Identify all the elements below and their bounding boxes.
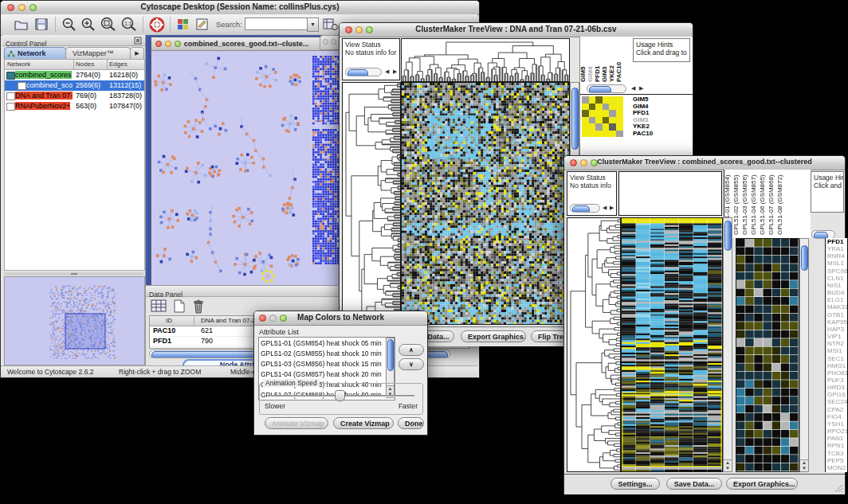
tv2-settings-button[interactable]: Settings... <box>610 478 660 490</box>
gene-list-item[interactable]: TCB3 <box>827 450 847 457</box>
col-edges[interactable]: Edges <box>109 61 128 68</box>
gene-list-item[interactable]: FIG4 <box>827 413 847 420</box>
tv2-gene-list[interactable]: PFD1YRA1RNR4MSL1SPC98CLN1NIS1BUD4ELG1MAK… <box>825 238 847 472</box>
minimize-button[interactable] <box>331 39 336 45</box>
scroll-left-icon[interactable]: ◀ <box>603 205 607 211</box>
scroll-right-icon[interactable]: ▶ <box>610 205 614 211</box>
treeview2-titlebar[interactable]: ClusterMaker TreeView : combined_scores_… <box>564 156 845 170</box>
matrix-cell[interactable] <box>595 96 603 104</box>
gene-list-item[interactable]: ELG1 <box>827 296 847 303</box>
matrix-cell[interactable] <box>603 117 610 124</box>
matrix-cell[interactable] <box>616 123 623 131</box>
col-nodes[interactable]: Nodes <box>76 61 94 68</box>
gene-list-item[interactable]: SEC1 <box>827 355 847 362</box>
matrix-cell[interactable] <box>616 131 623 138</box>
resize-grip[interactable] <box>834 483 843 493</box>
matrix-cell[interactable] <box>609 96 616 104</box>
gene-list-item[interactable]: CPA2 <box>827 406 847 413</box>
move-up-button[interactable]: ∧ <box>398 344 424 356</box>
matrix-cell[interactable] <box>609 123 616 131</box>
birdseye-panel[interactable] <box>4 276 145 365</box>
tv1-row-dendrogram[interactable] <box>342 82 401 325</box>
network-canvas[interactable] <box>151 51 340 286</box>
matrix-cell[interactable] <box>603 123 610 131</box>
gene-list-item[interactable]: MSI1 <box>827 347 847 354</box>
search-dropdown-button[interactable]: ▼ <box>307 18 319 32</box>
matrix-cell[interactable] <box>582 96 589 104</box>
matrix-cell[interactable] <box>603 131 610 138</box>
zoom-out-icon[interactable] <box>61 17 77 32</box>
done-button[interactable]: Done <box>398 417 424 429</box>
tv1-status-scrollbar[interactable] <box>345 68 382 76</box>
move-down-button[interactable]: ∨ <box>398 358 424 370</box>
matrix-cell[interactable] <box>589 131 596 138</box>
scroll-right-icon[interactable]: ▶ <box>393 68 397 75</box>
tv1-column-dendrogram[interactable] <box>401 38 570 82</box>
tv2-vscrollbar[interactable]: ▲▼ <box>723 217 732 472</box>
gene-list-item[interactable]: PUF3 <box>827 377 847 384</box>
matrix-cell[interactable] <box>595 104 603 111</box>
matrix-cell[interactable] <box>609 104 616 111</box>
tv1-detail-matrix[interactable] <box>582 96 623 137</box>
tv2-detail-heatmap[interactable] <box>736 238 799 472</box>
matrix-cell[interactable] <box>589 110 596 117</box>
gene-list-item[interactable]: GTB1 <box>827 311 847 318</box>
gene-list-item[interactable]: HAP3 <box>827 326 847 333</box>
vizmapper-icon[interactable] <box>176 18 190 31</box>
data-col-id[interactable]: ID <box>166 317 172 324</box>
network-table-row[interactable]: RNAPuberNov2+563(0)107847(0) <box>5 101 144 111</box>
create-vizmap-button[interactable]: Create Vizmap <box>333 417 394 429</box>
tv1-export-graphics-button[interactable]: Export Graphics... <box>461 330 526 342</box>
panel-splitter[interactable] <box>4 272 143 275</box>
gene-list-item[interactable]: NIS1 <box>827 282 847 289</box>
col-network[interactable]: Network <box>7 61 30 68</box>
delete-attribute-icon[interactable] <box>191 299 206 315</box>
save-icon[interactable] <box>34 18 49 31</box>
search-input[interactable] <box>245 18 308 30</box>
dialog-titlebar[interactable]: Map Colors to Network <box>254 311 427 326</box>
gene-list-item[interactable]: SPC98 <box>827 268 847 275</box>
gene-list-item[interactable]: VIP1 <box>827 333 847 340</box>
matrix-cell[interactable] <box>595 117 603 124</box>
attribute-list-item[interactable]: GPL51-01 (GSM854) heat shock 05 min <box>261 338 380 349</box>
tv2-row-dendrogram[interactable] <box>567 217 621 472</box>
tv2-save-data-button[interactable]: Save Data... <box>666 478 722 490</box>
gene-list-item[interactable]: PEP5 <box>827 457 847 464</box>
matrix-cell[interactable] <box>595 110 603 117</box>
speed-slider-thumb[interactable] <box>335 390 345 401</box>
matrix-cell[interactable] <box>609 131 616 138</box>
tv1-detail-hscrollbar[interactable] <box>587 84 626 93</box>
tv2-column-dendrogram[interactable] <box>618 171 722 216</box>
open-icon[interactable] <box>14 18 29 31</box>
gene-list-item[interactable]: YSH1 <box>827 420 847 428</box>
matrix-cell[interactable] <box>595 123 603 131</box>
matrix-cell[interactable] <box>582 131 589 138</box>
treeview1-titlebar[interactable]: ClusterMaker TreeView : DNA and Tran 07-… <box>340 23 693 37</box>
attribute-list-item[interactable]: GPL51-03 (GSM856) heat shock 15 min <box>261 359 380 369</box>
gene-list-item[interactable]: PFD1 <box>827 238 847 245</box>
zoom-fit-icon[interactable]: 1:1 <box>120 17 138 32</box>
gene-list-item[interactable]: KAP95 <box>827 318 847 326</box>
animate-vizmap-button[interactable]: Animate Vizmap <box>265 417 328 429</box>
matrix-cell[interactable] <box>616 117 623 124</box>
table-mode-icon[interactable] <box>151 299 168 314</box>
matrix-cell[interactable] <box>582 123 589 131</box>
gene-list-item[interactable]: CLN1 <box>827 275 847 282</box>
gene-list-item[interactable]: SEC24 <box>827 398 847 405</box>
tv2-export-graphics-button[interactable]: Export Graphics... <box>726 478 798 490</box>
gene-list-item[interactable]: YRA1 <box>827 245 847 252</box>
matrix-cell[interactable] <box>582 104 589 111</box>
gene-list-item[interactable]: NTR2 <box>827 340 847 347</box>
matrix-cell[interactable] <box>616 104 623 111</box>
gene-list-item[interactable]: MSL1 <box>827 260 847 267</box>
gene-list-item[interactable]: MON2 <box>827 464 847 471</box>
matrix-cell[interactable] <box>603 96 610 104</box>
zoom-selected-icon[interactable] <box>100 17 117 32</box>
scroll-right-icon[interactable]: ▶ <box>639 85 643 92</box>
matrix-cell[interactable] <box>603 110 610 117</box>
scroll-left-icon[interactable]: ◀ <box>631 85 635 92</box>
matrix-cell[interactable] <box>609 117 616 124</box>
matrix-cell[interactable] <box>616 110 623 117</box>
cytoscape-titlebar[interactable]: Cytoscape Desktop (Session Name: collins… <box>1 1 479 15</box>
float-panel-icon[interactable] <box>134 37 142 45</box>
